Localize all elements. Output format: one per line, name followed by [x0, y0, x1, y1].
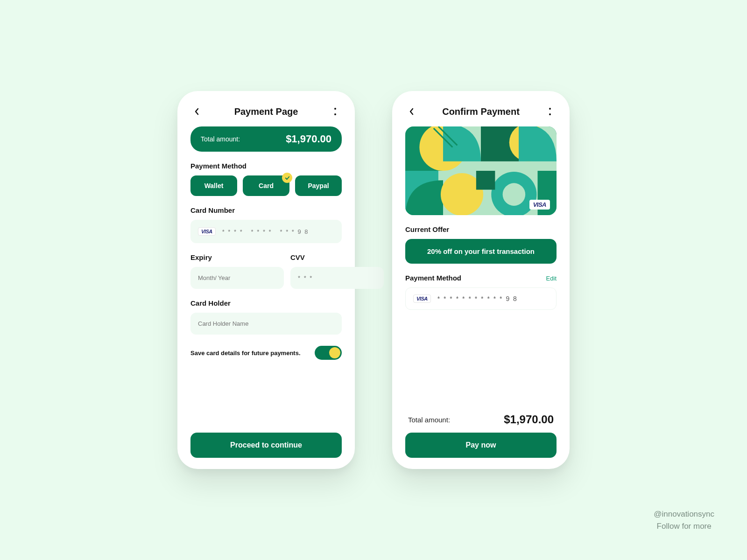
method-wallet-button[interactable]: Wallet: [190, 175, 237, 196]
selected-card-display: VISA * * * * * * * * * * * 9 8: [405, 287, 557, 310]
credit-card-art: VISA: [405, 126, 557, 215]
total-row: Total amount: $1,970.00: [405, 411, 557, 433]
topbar: Confirm Payment: [405, 105, 557, 118]
phone-confirm-payment: Confirm Payment VISA Current Offer: [392, 91, 570, 469]
method-card-label: Card: [259, 182, 274, 189]
back-button[interactable]: [190, 105, 204, 118]
svg-point-3: [549, 113, 551, 115]
card-number-masked: * * * * * * * * * * * 9 8: [437, 295, 518, 302]
total-value: $1,970.00: [504, 413, 554, 426]
visa-icon: VISA: [198, 227, 216, 236]
save-card-label: Save card details for future payments.: [190, 350, 301, 357]
svg-rect-13: [476, 171, 495, 190]
card-holder-field[interactable]: [190, 313, 342, 335]
total-amount-label: Total amount:: [201, 135, 240, 143]
phone-payment-page: Payment Page Total amount: $1,970.00 Pay…: [177, 91, 355, 469]
attribution-handle: @innovationsync: [654, 508, 714, 520]
svg-point-0: [334, 108, 336, 110]
svg-point-12: [503, 183, 526, 206]
edit-link[interactable]: Edit: [546, 275, 557, 282]
cvv-label: CVV: [290, 253, 384, 261]
page-title: Confirm Payment: [442, 106, 520, 117]
save-card-row: Save card details for future payments.: [190, 346, 342, 360]
selected-badge: [282, 173, 292, 183]
card-holder-input[interactable]: [198, 320, 334, 327]
more-vertical-icon: [549, 108, 551, 115]
check-icon: [285, 175, 290, 181]
save-card-toggle[interactable]: [315, 346, 342, 360]
payment-method-label: Payment Method: [190, 162, 342, 170]
more-button[interactable]: [543, 105, 557, 118]
offer-banner[interactable]: 20% off on your first transaction: [405, 239, 557, 264]
total-amount-pill: Total amount: $1,970.00: [190, 126, 342, 152]
more-vertical-icon: [334, 108, 336, 115]
card-number-field[interactable]: VISA: [190, 220, 342, 243]
toggle-knob: [329, 347, 340, 358]
payment-method-row: Wallet Card Paypal: [190, 175, 342, 196]
total-amount-value: $1,970.00: [286, 133, 331, 145]
more-button[interactable]: [329, 105, 342, 118]
expiry-field[interactable]: [190, 267, 284, 289]
page-title: Payment Page: [234, 106, 298, 117]
attribution-tagline: Follow for more: [654, 520, 714, 532]
method-card-button[interactable]: Card: [243, 175, 289, 196]
visa-icon: VISA: [529, 200, 550, 210]
card-holder-label: Card Holder: [190, 299, 342, 307]
svg-point-1: [334, 113, 336, 115]
card-number-label: Card Number: [190, 206, 342, 214]
card-number-input[interactable]: [222, 228, 334, 235]
chevron-left-icon: [194, 108, 200, 115]
chevron-left-icon: [409, 108, 415, 115]
cvv-field[interactable]: [290, 267, 384, 289]
cvv-input[interactable]: [298, 274, 376, 281]
total-label: Total amount:: [408, 416, 450, 424]
expiry-label: Expiry: [190, 253, 284, 261]
proceed-button[interactable]: Proceed to continue: [190, 433, 342, 458]
current-offer-label: Current Offer: [405, 225, 557, 233]
expiry-input[interactable]: [198, 274, 276, 281]
method-paypal-button[interactable]: Paypal: [295, 175, 342, 196]
payment-method-label: Payment Method: [405, 274, 461, 282]
pay-now-button[interactable]: Pay now: [405, 433, 557, 458]
svg-point-2: [549, 108, 551, 110]
back-button[interactable]: [405, 105, 418, 118]
attribution: @innovationsync Follow for more: [654, 508, 714, 532]
visa-icon: VISA: [413, 294, 431, 303]
topbar: Payment Page: [190, 105, 342, 118]
payment-method-header: Payment Method Edit: [405, 274, 557, 282]
